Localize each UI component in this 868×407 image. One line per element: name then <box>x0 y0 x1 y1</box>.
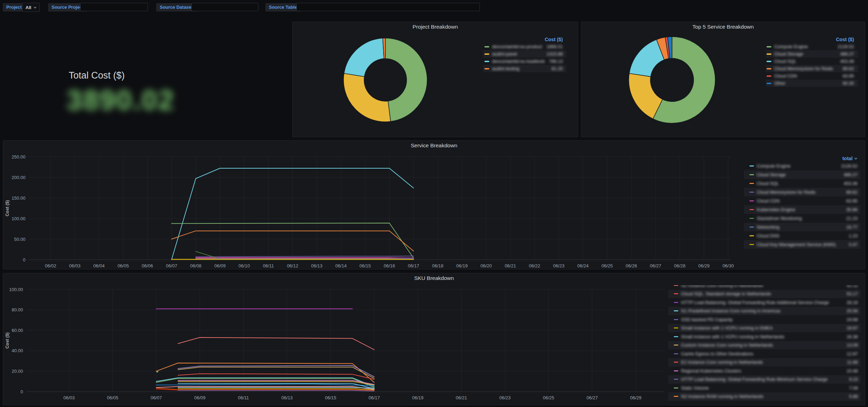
legend-sort-header[interactable]: Cost ($) <box>766 36 858 43</box>
legend-row[interactable]: N1 Predefined Instance Core running in A… <box>668 307 861 316</box>
legend-series-value: 25.56 <box>846 308 858 313</box>
legend-series-value: 2126.52 <box>838 44 854 49</box>
legend-row[interactable]: Custom Instance Core running in Netherla… <box>668 341 861 350</box>
legend-row[interactable]: Cloud SQL: Standard storage in Netherlan… <box>668 290 861 298</box>
source-project-input[interactable] <box>80 3 148 11</box>
series-line[interactable] <box>196 256 414 257</box>
donut-slice[interactable] <box>344 73 391 122</box>
legend-row[interactable]: Compute Engine2126.52 <box>766 43 858 50</box>
legend-series-value: 10.48 <box>846 368 858 373</box>
x-axis-tick-label: 06/24 <box>577 263 589 268</box>
legend-row[interactable]: Cloud CDN63.95 <box>744 197 860 205</box>
x-axis-tick-label: 06/13 <box>311 263 323 268</box>
legend-row[interactable]: N2 Instance RAM running in Netherlands5.… <box>668 392 861 401</box>
legend-row[interactable]: audint-testing81.25 <box>483 65 566 72</box>
legend-row[interactable]: SSD backed PD Capacity24.68 <box>668 315 861 324</box>
legend-row[interactable]: Cloud CDN63.95 <box>766 72 858 80</box>
legend-row[interactable]: HTTP Load Balancing: Global Forwarding R… <box>668 375 861 384</box>
source-table-input[interactable] <box>296 3 480 11</box>
series-color-swatch <box>674 293 678 294</box>
pie-legend: Cost ($)Compute Engine2126.52Cloud Stora… <box>766 36 858 87</box>
legend-row[interactable]: HTTP Load Balancing: Global Forwarding R… <box>668 298 861 307</box>
legend-series-value: 1315.88 <box>546 51 563 57</box>
legend-row[interactable]: Cloud DNS1.23 <box>744 231 860 240</box>
series-color-swatch <box>767 83 771 84</box>
legend-row[interactable]: Cloud Memorystore for Redis89.62 <box>766 65 858 72</box>
series-color-swatch <box>674 310 678 311</box>
series-line[interactable] <box>178 387 375 388</box>
donut-slice[interactable] <box>385 38 427 121</box>
series-color-swatch <box>674 345 678 346</box>
legend-row[interactable]: devcontainltd-eu-loadtesting-prod786.13 <box>483 58 566 65</box>
series-color-swatch <box>674 285 678 286</box>
legend-sort-header[interactable]: Cost ($) <box>483 36 566 43</box>
legend-series-value: 81.25 <box>551 66 563 71</box>
legend-series-label: N2 Instance Core running in Netherlands <box>681 285 843 288</box>
project-filter-dropdown[interactable]: All <box>22 3 40 12</box>
data-point[interactable] <box>157 371 158 372</box>
legend-row[interactable]: Other60.30 <box>766 80 858 87</box>
legend-series-value: 0.47 <box>849 242 858 247</box>
legend-row[interactable]: Cloud SQL453.36 <box>766 58 858 65</box>
legend-row[interactable]: E2 Instance Core running in Netherlands1… <box>668 358 861 367</box>
legend-sort-header[interactable]: total <box>744 155 860 162</box>
x-axis-tick-label: 06/07 <box>151 395 162 400</box>
legend-series-value: 16.38 <box>846 334 858 339</box>
legend-row[interactable]: Cloud SQL453.36 <box>744 179 860 188</box>
legend-row[interactable]: Kubernetes Engine35.86 <box>744 205 860 214</box>
x-axis-tick-label: 06/11 <box>238 395 249 400</box>
y-axis-tick-label: 40.00 <box>12 348 23 353</box>
legend-row[interactable]: audint-panel1315.88 <box>483 50 566 58</box>
y-axis-tick-label: 80.00 <box>12 307 23 312</box>
legend-row[interactable]: Cloud Memorystore for Redis89.62 <box>744 188 860 197</box>
legend-series-value: 81.11 <box>847 285 858 288</box>
legend-header-label: total <box>842 156 853 161</box>
legend-row[interactable]: Small instance with 1 VCPU running in EM… <box>668 324 861 333</box>
series-color-swatch <box>767 46 771 47</box>
series-line[interactable] <box>156 378 374 386</box>
legend-row[interactable]: Stackdriver Monitoring21.23 <box>744 214 860 223</box>
service_ts-plot[interactable]: 050.00100.00150.00200.00250.0006/0206/03… <box>3 141 865 269</box>
legend-row[interactable]: N2 Instance Core running in Netherlands8… <box>668 285 861 290</box>
legend-row[interactable]: Cloud Key Management Service (KMS)0.47 <box>744 240 860 249</box>
legend-row[interactable]: Networking18.77 <box>744 223 860 231</box>
series-color-swatch <box>674 319 678 320</box>
source-dataset-input[interactable] <box>191 3 258 11</box>
legend-row[interactable]: devcontainltd-eu-production1866.01 <box>483 43 566 50</box>
legend-row[interactable]: Regional Kubernetes Clusters10.48 <box>668 367 861 375</box>
legend-row[interactable]: Cloud Storage486.27 <box>766 50 858 58</box>
series-line[interactable] <box>156 378 374 387</box>
legend-row[interactable]: Cloud Storage486.27 <box>744 170 860 179</box>
legend-row[interactable]: Cache Egress to Other Destinations12.87 <box>668 349 861 358</box>
x-axis-tick-label: 06/23 <box>553 263 565 268</box>
legend-series-label: Stackdriver Monitoring <box>757 216 842 221</box>
legend-row[interactable]: Static Volume7.08 <box>668 384 861 392</box>
series-line[interactable] <box>156 386 374 390</box>
series-line[interactable] <box>178 391 375 391</box>
legend-series-value: 1866.01 <box>546 44 563 49</box>
x-axis-tick-label: 06/03 <box>69 263 81 268</box>
series-color-swatch <box>749 227 754 228</box>
legend-series-value: 786.13 <box>549 59 563 64</box>
legend-series-label: devcontainltd-eu-production <box>492 44 542 49</box>
legend-series-value: 63.95 <box>843 73 854 79</box>
x-axis-tick-label: 06/30 <box>723 263 734 268</box>
series-color-swatch <box>674 379 678 380</box>
series-color-swatch <box>749 174 754 175</box>
series-color-swatch <box>749 200 754 201</box>
legend-row[interactable]: Small instance with 1 VCPU running in Ne… <box>668 332 861 341</box>
legend-series-label: Cache Egress to Other Destinations <box>681 351 842 356</box>
series-line[interactable] <box>178 338 375 350</box>
donut-slice[interactable] <box>344 38 384 76</box>
stat-panel-title: Total Cost ($) <box>69 70 125 81</box>
series-line[interactable] <box>178 367 375 378</box>
legend-series-label: Cloud CDN <box>757 198 842 204</box>
legend-row[interactable]: Compute Engine2126.52 <box>744 162 860 170</box>
series-line[interactable] <box>156 384 374 385</box>
y-axis-title: Cost ($) <box>5 200 10 216</box>
x-axis-tick-label: 06/05 <box>118 263 129 268</box>
service-breakdown-panel: Service Breakdown 050.00100.00150.00200.… <box>3 140 865 269</box>
legend-series-label: Cloud SQL <box>774 59 836 64</box>
legend-series-label: Cloud CDN <box>774 73 838 79</box>
x-axis-tick-label: 06/02 <box>45 263 56 268</box>
